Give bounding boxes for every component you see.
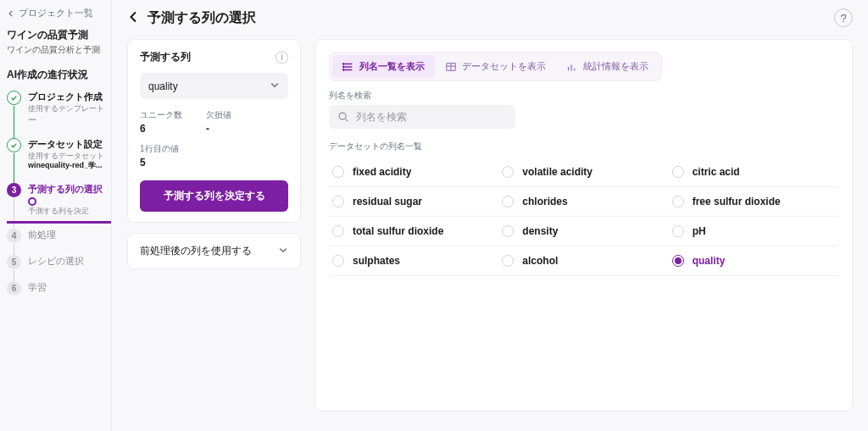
radio-icon bbox=[332, 166, 344, 178]
radio-icon bbox=[502, 255, 514, 267]
step-sublabel: 使用するテンプレート bbox=[28, 104, 104, 114]
arrow-left-icon bbox=[127, 10, 141, 24]
column-option[interactable]: total sulfur dioxide bbox=[329, 217, 498, 246]
column-name: density bbox=[522, 225, 558, 237]
tab-column-list[interactable]: 列名一覧を表示 bbox=[332, 55, 435, 78]
search-input-wrapper[interactable] bbox=[329, 105, 515, 129]
step-sublabel: 使用するデータセット bbox=[28, 152, 104, 162]
column-name: chlorides bbox=[522, 196, 567, 207]
config-column: 予測する列 i quality ユニーク数 6 欠損値 bbox=[127, 39, 301, 412]
chevron-down-icon bbox=[270, 80, 280, 92]
column-name: alcohol bbox=[522, 255, 558, 267]
column-option[interactable]: quality bbox=[669, 246, 838, 276]
missing-value: - bbox=[206, 123, 231, 135]
column-name: residual sugar bbox=[353, 196, 422, 207]
step-subvalue: winequality-red_学... bbox=[28, 161, 104, 171]
column-option[interactable]: fixed acidity bbox=[329, 157, 498, 187]
card-title: 予測する列 bbox=[140, 50, 191, 64]
list-icon bbox=[342, 61, 354, 73]
step-label: レシピの選択 bbox=[28, 255, 104, 268]
step-label: 学習 bbox=[28, 281, 104, 294]
column-option[interactable]: free sulfur dioxide bbox=[669, 187, 838, 217]
tab-dataset[interactable]: データセットを表示 bbox=[435, 55, 556, 78]
check-icon bbox=[10, 94, 18, 102]
column-option[interactable]: density bbox=[498, 217, 668, 246]
target-indicator-icon bbox=[28, 197, 36, 206]
unique-value: 6 bbox=[140, 123, 182, 135]
radio-icon bbox=[332, 225, 344, 237]
step-preprocess[interactable]: 4 前処理 bbox=[7, 229, 104, 255]
select-value: quality bbox=[148, 80, 178, 92]
step-recipe[interactable]: 5 レシピの選択 bbox=[7, 255, 104, 281]
view-tabs: 列名一覧を表示 データセットを表示 統計情報を表示 bbox=[329, 52, 662, 81]
column-option[interactable]: sulphates bbox=[329, 246, 498, 276]
step-label: データセット設定 bbox=[28, 138, 104, 151]
column-name: quality bbox=[693, 255, 726, 267]
step-sublabel: 予測する列を決定 bbox=[28, 207, 104, 217]
svg-point-2 bbox=[343, 69, 344, 69]
step-select-target[interactable]: 3 予測する列の選択 予測する列を決定 bbox=[7, 183, 104, 229]
tab-label: 統計情報を表示 bbox=[583, 60, 648, 73]
step-label: プロジェクト作成 bbox=[28, 91, 104, 103]
tab-label: データセットを表示 bbox=[462, 60, 546, 73]
step-training[interactable]: 6 学習 bbox=[7, 281, 104, 296]
tab-stats[interactable]: 統計情報を表示 bbox=[556, 55, 659, 78]
first-row-value: 5 bbox=[140, 157, 288, 169]
column-name: citric acid bbox=[693, 166, 740, 178]
main-back-button[interactable] bbox=[127, 10, 141, 26]
column-name: total sulfur dioxide bbox=[353, 225, 443, 237]
search-icon bbox=[337, 111, 349, 123]
column-option[interactable]: residual sugar bbox=[329, 187, 498, 217]
step-list: プロジェクト作成 使用するテンプレート ー データセット設定 使用するデータセッ… bbox=[7, 91, 104, 296]
column-option[interactable]: citric acid bbox=[669, 157, 838, 187]
step-label: 予測する列の選択 bbox=[28, 183, 104, 206]
back-label: プロジェクト一覧 bbox=[19, 7, 93, 19]
current-step-indicator bbox=[7, 221, 111, 224]
chart-icon bbox=[566, 61, 578, 73]
column-name: pH bbox=[693, 225, 706, 237]
arrow-left-icon bbox=[7, 9, 15, 18]
column-name: fixed acidity bbox=[353, 166, 411, 178]
column-list-panel: 列名一覧を表示 データセットを表示 統計情報を表示 列名を検索 データセットの列… bbox=[314, 39, 853, 412]
first-row-label: 1行目の値 bbox=[140, 143, 288, 155]
step-dataset-config[interactable]: データセット設定 使用するデータセット winequality-red_学... bbox=[7, 138, 104, 183]
radio-icon bbox=[332, 196, 344, 207]
unique-label: ユニーク数 bbox=[140, 109, 182, 121]
use-postprocessed-toggle[interactable]: 前処理後の列を使用する bbox=[127, 233, 301, 269]
project-subtitle: ワインの品質分析と予測 bbox=[7, 44, 104, 56]
column-option[interactable]: pH bbox=[669, 217, 838, 246]
step-subvalue: ー bbox=[28, 114, 104, 126]
radio-icon bbox=[672, 255, 684, 267]
column-option[interactable]: chlorides bbox=[498, 187, 668, 217]
confirm-target-button[interactable]: 予測する列を決定する bbox=[140, 180, 288, 212]
table-icon bbox=[445, 61, 457, 73]
column-option[interactable]: alcohol bbox=[498, 246, 668, 276]
svg-point-0 bbox=[343, 63, 344, 64]
target-column-card: 予測する列 i quality ユニーク数 6 欠損値 bbox=[127, 39, 301, 223]
step-project-create[interactable]: プロジェクト作成 使用するテンプレート ー bbox=[7, 91, 104, 138]
main: 予測する列の選択 ? 予測する列 i quality ユニーク数 bbox=[112, 0, 868, 431]
check-icon bbox=[10, 141, 18, 149]
radio-icon bbox=[672, 196, 684, 207]
column-option[interactable]: volatile acidity bbox=[498, 157, 668, 187]
column-name: sulphates bbox=[353, 255, 400, 267]
radio-icon bbox=[332, 255, 344, 267]
help-button[interactable]: ? bbox=[834, 8, 853, 27]
radio-icon bbox=[502, 196, 514, 207]
page-title: 予測する列の選択 bbox=[147, 9, 256, 27]
target-column-select[interactable]: quality bbox=[140, 73, 288, 99]
sidebar: プロジェクト一覧 ワインの品質予測 ワインの品質分析と予測 AI作成の進行状況 … bbox=[0, 0, 112, 431]
radio-icon bbox=[502, 225, 514, 237]
column-grid: fixed acidityvolatile aciditycitric acid… bbox=[329, 157, 838, 276]
search-label: 列名を検索 bbox=[329, 90, 838, 102]
tab-label: 列名一覧を表示 bbox=[359, 60, 425, 73]
project-title: ワインの品質予測 bbox=[7, 28, 104, 42]
search-input[interactable] bbox=[356, 111, 507, 123]
column-name: volatile acidity bbox=[522, 166, 593, 178]
back-to-projects[interactable]: プロジェクト一覧 bbox=[7, 7, 104, 19]
info-icon[interactable]: i bbox=[275, 51, 288, 64]
column-name: free sulfur dioxide bbox=[693, 196, 781, 207]
missing-label: 欠損値 bbox=[206, 109, 231, 121]
column-list-label: データセットの列名一覧 bbox=[329, 141, 838, 152]
step-label: 前処理 bbox=[28, 229, 104, 241]
